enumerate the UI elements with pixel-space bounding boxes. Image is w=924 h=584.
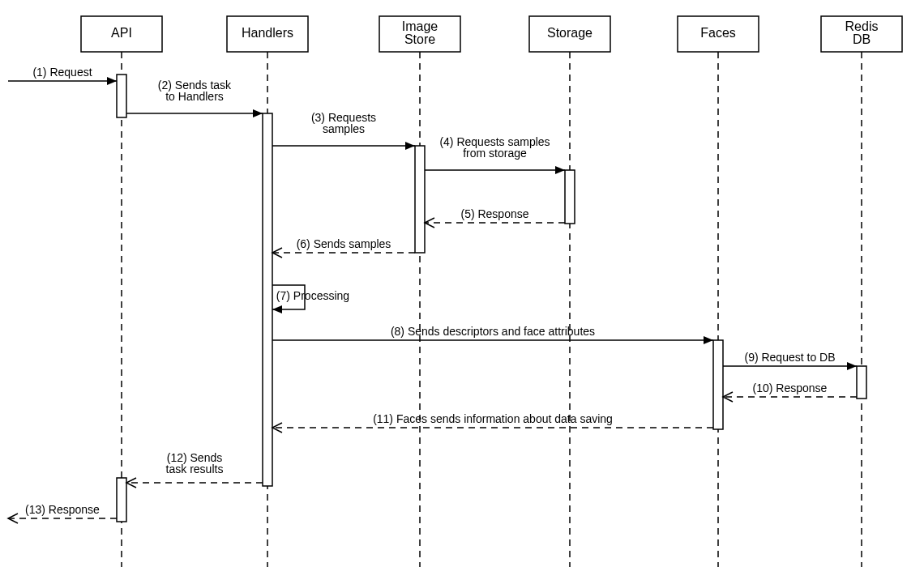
- activation-redis: [857, 366, 866, 399]
- message-label-2: to Handlers: [165, 90, 224, 103]
- arrowhead-solid: [555, 166, 565, 174]
- participant-label-redis: Redis: [845, 19, 879, 33]
- message-label-11: (11) Faces sends information about data …: [373, 412, 613, 425]
- participant-label-imagestore: Store: [404, 32, 435, 46]
- message-label-10: (10) Response: [753, 382, 828, 394]
- sequence-diagram: APIHandlersImageStoreStorageFacesRedisDB…: [0, 0, 924, 584]
- message-label-8: (8) Sends descriptors and face attribute…: [391, 325, 595, 338]
- activation-handlers: [263, 113, 272, 486]
- participant-label-faces: Faces: [700, 26, 736, 40]
- activation-faces: [713, 340, 723, 429]
- participant-label-imagestore: Image: [402, 19, 438, 33]
- activation-storage: [565, 170, 575, 224]
- message-label-3: samples: [323, 122, 365, 135]
- message-label-6: (6) Sends samples: [297, 237, 391, 250]
- message-label-9: (9) Request to DB: [744, 351, 835, 364]
- arrowhead-solid: [253, 109, 263, 117]
- arrowhead-solid: [704, 336, 713, 344]
- participant-label-storage: Storage: [547, 26, 592, 40]
- activation-imagestore: [415, 146, 425, 253]
- message-label-7: (7) Processing: [276, 289, 349, 302]
- participant-label-api: API: [111, 26, 132, 40]
- message-label-4: from storage: [463, 147, 527, 160]
- activation-api: [117, 75, 126, 117]
- message-label-1: (1) Request: [32, 66, 92, 79]
- arrowhead-solid: [107, 77, 117, 85]
- participant-label-redis: DB: [853, 32, 871, 46]
- message-label-5: (5) Response: [460, 207, 528, 220]
- participant-label-handlers: Handlers: [242, 26, 293, 40]
- message-label-12: task results: [166, 463, 224, 475]
- arrowhead-solid: [405, 142, 415, 150]
- message-label-13: (13) Response: [25, 503, 100, 516]
- arrowhead-solid: [847, 362, 857, 370]
- activation-api: [117, 478, 126, 522]
- arrowhead-solid: [272, 305, 282, 313]
